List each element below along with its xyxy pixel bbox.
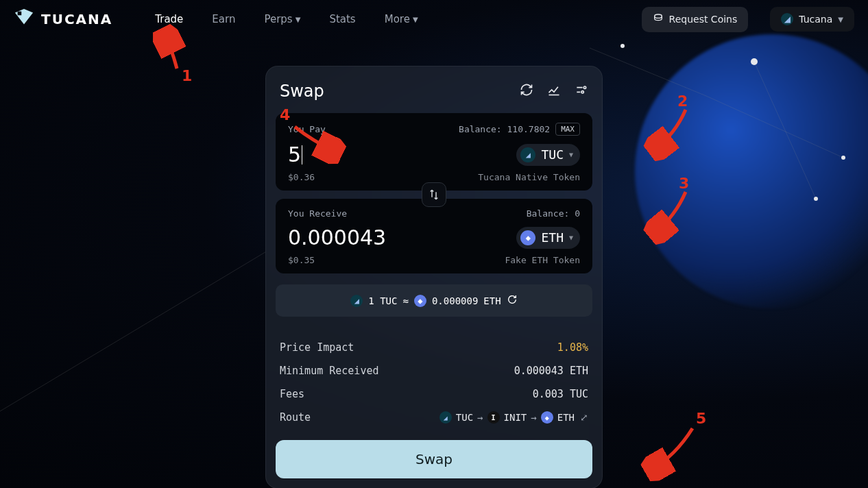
network-select[interactable]: ◢ Tucana ▼ <box>770 7 854 32</box>
nav-trade[interactable]: Trade <box>155 13 183 25</box>
svg-line-3 <box>706 96 843 158</box>
route-label: Route <box>280 411 311 424</box>
chart-icon[interactable] <box>547 83 561 99</box>
price-impact-value: 1.08% <box>557 341 588 354</box>
coins-icon <box>653 13 664 26</box>
nav-more[interactable]: More▼ <box>385 13 418 25</box>
expand-route-icon[interactable]: ⤢ <box>580 412 588 423</box>
rate-refresh-icon[interactable] <box>507 294 518 307</box>
receive-token-desc: Fake ETH Token <box>505 255 580 265</box>
svg-line-4 <box>754 62 816 199</box>
pay-amount-input[interactable]: 5 <box>288 143 302 167</box>
eth-token-icon: ◆ <box>414 295 426 307</box>
nav-perps[interactable]: Perps▼ <box>264 13 300 25</box>
nav-links: Trade Earn Perps▼ Stats More▼ <box>155 13 418 25</box>
chevron-down-icon: ▼ <box>838 16 843 23</box>
svg-point-8 <box>814 197 818 201</box>
tuc-token-icon: ◢ <box>439 411 452 424</box>
route-path: ◢ TUC → I INIT → ◆ ETH ⤢ <box>439 411 588 424</box>
tuc-token-icon: ◢ <box>520 147 535 162</box>
svg-text:3: 3 <box>679 175 689 192</box>
swap-details: Price Impact 1.08% Minimum Received 0.00… <box>276 336 592 429</box>
chevron-down-icon: ▼ <box>569 151 573 158</box>
svg-point-12 <box>581 91 583 93</box>
brand-name: TUCANA <box>41 11 112 27</box>
top-nav: TUCANA Trade Earn Perps▼ Stats More▼ Req… <box>0 0 868 38</box>
price-impact-label: Price Impact <box>280 341 354 354</box>
receive-balance: Balance: 0 <box>527 208 580 219</box>
network-icon: ◢ <box>781 13 793 25</box>
min-received-label: Minimum Received <box>280 365 379 377</box>
you-pay-label: You Pay <box>288 124 326 134</box>
pay-usd: $0.36 <box>288 172 315 182</box>
nav-stats[interactable]: Stats <box>329 13 355 25</box>
svg-text:1: 1 <box>182 67 192 84</box>
you-pay-panel: You Pay Balance: 110.7802 MAX 5 ◢ TUC ▼ … <box>276 113 592 191</box>
swap-card: Swap You Pay Balance: 110.7802 MAX 5 <box>265 66 603 488</box>
chevron-down-icon: ▼ <box>569 234 573 241</box>
you-receive-panel: You Receive Balance: 0 0.000043 ◆ ETH ▼ … <box>276 199 592 273</box>
receive-token-select[interactable]: ◆ ETH ▼ <box>516 227 580 249</box>
brand: TUCANA <box>14 8 112 32</box>
you-receive-label: You Receive <box>288 208 347 219</box>
brand-logo-icon <box>14 8 34 32</box>
fees-value: 0.003 TUC <box>533 388 588 400</box>
fees-label: Fees <box>280 388 304 400</box>
svg-line-2 <box>590 48 706 96</box>
receive-amount: 0.000043 <box>288 225 386 249</box>
svg-point-6 <box>751 58 758 65</box>
chevron-down-icon: ▼ <box>413 16 418 23</box>
nav-earn[interactable]: Earn <box>212 13 235 25</box>
svg-text:2: 2 <box>677 93 688 110</box>
settings-icon[interactable] <box>575 83 588 99</box>
eth-token-icon: ◆ <box>541 411 553 424</box>
card-title: Swap <box>280 82 324 101</box>
svg-point-5 <box>620 44 625 48</box>
svg-point-11 <box>583 86 586 88</box>
pay-token-desc: Tucana Native Token <box>478 172 580 182</box>
svg-point-7 <box>841 156 845 160</box>
refresh-icon[interactable] <box>520 83 533 99</box>
init-token-icon: I <box>487 411 500 424</box>
swap-button[interactable]: Swap <box>276 440 592 478</box>
rate-box: ◢ 1 TUC ≈ ◆ 0.000009 ETH <box>276 284 592 317</box>
max-button[interactable]: MAX <box>555 123 580 136</box>
tuc-token-icon: ◢ <box>350 295 363 307</box>
svg-rect-9 <box>18 11 22 15</box>
svg-text:5: 5 <box>696 410 706 427</box>
pay-token-select[interactable]: ◢ TUC ▼ <box>516 144 580 166</box>
chevron-down-icon: ▼ <box>296 16 301 23</box>
arrow-right-icon: → <box>531 412 536 423</box>
eth-token-icon: ◆ <box>520 230 535 245</box>
arrow-right-icon: → <box>477 412 483 423</box>
svg-point-10 <box>654 14 662 18</box>
request-coins-button[interactable]: Request Coins <box>642 7 749 32</box>
min-received-value: 0.000043 ETH <box>514 365 588 377</box>
pay-balance: Balance: 110.7802 <box>459 124 550 134</box>
receive-usd: $0.35 <box>288 255 315 265</box>
swap-direction-button[interactable] <box>422 182 446 207</box>
